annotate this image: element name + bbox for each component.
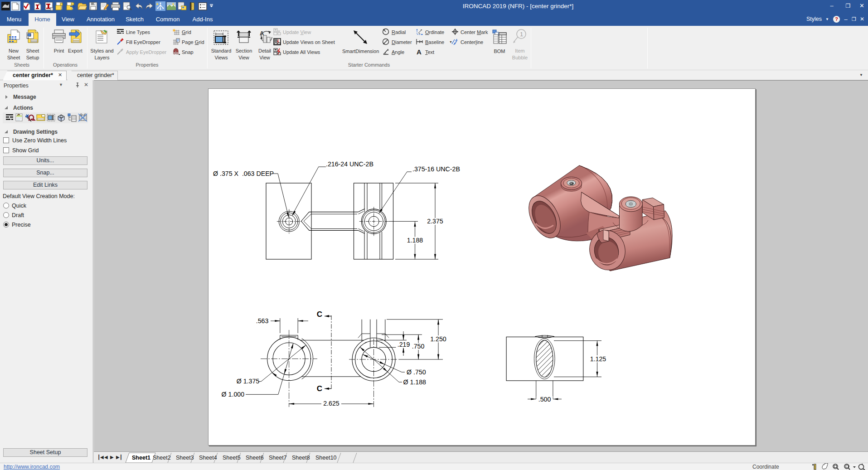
svg-text:Sheet6: Sheet6: [246, 455, 264, 461]
svg-text:Sheet4: Sheet4: [199, 455, 217, 461]
svg-text:Ø 1.188: Ø 1.188: [403, 378, 427, 386]
svg-text:Sheet2: Sheet2: [153, 455, 171, 461]
svg-text:Ø 1.000: Ø 1.000: [222, 391, 245, 398]
svg-text:1: 1: [520, 31, 523, 38]
svg-text:Sheet5: Sheet5: [223, 455, 241, 461]
svg-text:1.188: 1.188: [407, 237, 423, 244]
svg-text:2.625: 2.625: [323, 400, 339, 407]
svg-text:.219: .219: [398, 341, 410, 348]
svg-text:2.375: 2.375: [427, 218, 443, 225]
svg-text:.375-16 UNC-2B: .375-16 UNC-2B: [412, 165, 460, 173]
svg-text:.750: .750: [412, 343, 425, 350]
svg-text:Sheet7: Sheet7: [269, 455, 287, 461]
svg-text:C: C: [317, 384, 322, 393]
svg-text:A: A: [417, 48, 422, 55]
svg-text:C: C: [317, 310, 322, 319]
svg-text:.563: .563: [256, 317, 269, 325]
svg-text:Ø .375 X .063 DEEP: Ø .375 X .063 DEEP: [213, 170, 274, 177]
svg-text:Sheet1: Sheet1: [132, 455, 150, 461]
svg-text:Sheet10: Sheet10: [315, 455, 337, 461]
svg-text:1.250: 1.250: [430, 335, 446, 343]
svg-text:Ø 1.375: Ø 1.375: [237, 378, 260, 385]
svg-text:Ø .750: Ø .750: [407, 368, 426, 376]
svg-text:Sheet3: Sheet3: [176, 455, 194, 461]
svg-text:.216-24 UNC-2B: .216-24 UNC-2B: [326, 160, 373, 168]
svg-text:.500: .500: [538, 396, 551, 403]
svg-text:Sheet8: Sheet8: [292, 455, 310, 461]
svg-text:1.125: 1.125: [590, 355, 606, 363]
